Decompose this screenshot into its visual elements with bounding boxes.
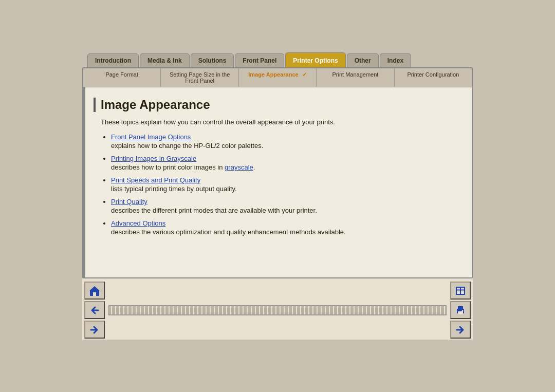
tab-front-panel[interactable]: Front Panel (235, 53, 284, 67)
svg-rect-2 (93, 292, 96, 296)
forward-left-icon (89, 324, 100, 335)
home-icon (89, 285, 100, 296)
book-icon (455, 285, 466, 296)
content-list: Front Panel Image Options explains how t… (111, 133, 456, 236)
tab-index[interactable]: Index (380, 53, 411, 67)
outer-wrapper: Introduction Media & Ink Solutions Front… (82, 52, 473, 340)
book-button[interactable] (450, 282, 471, 300)
home-button[interactable] (84, 282, 105, 300)
content-intro: These topics explain how you can control… (101, 118, 456, 126)
sub-tab-image-appearance[interactable]: Image Appearance ✓ (239, 68, 317, 87)
link-advanced-options[interactable]: Advanced Options (111, 219, 165, 227)
svg-rect-11 (458, 306, 463, 309)
list-item: Advanced Options describes the various o… (111, 219, 456, 236)
bottom-bar (82, 278, 473, 340)
link-printing-images-grayscale[interactable]: Printing Images in Grayscale (111, 155, 196, 162)
link-print-speeds-quality[interactable]: Print Speeds and Print Quality (111, 176, 200, 184)
link-front-panel-image-options[interactable]: Front Panel Image Options (111, 133, 191, 141)
link-grayscale[interactable]: grayscale (225, 163, 253, 171)
spiral-bar (108, 303, 447, 318)
list-item-desc: describes how to print color images in g… (111, 163, 456, 171)
sub-tab-page-format[interactable]: Page Format (83, 68, 161, 87)
page-title: Image Appearance (94, 98, 456, 112)
tab-media-ink[interactable]: Media & Ink (140, 53, 190, 67)
list-item: Print Speeds and Print Quality lists typ… (111, 176, 456, 193)
svg-marker-1 (89, 286, 100, 291)
svg-rect-12 (458, 311, 463, 314)
print-button[interactable] (450, 301, 471, 319)
tab-introduction[interactable]: Introduction (87, 53, 139, 67)
link-print-quality[interactable]: Print Quality (111, 198, 147, 206)
sub-tab-printer-configuration[interactable]: Printer Configuration (395, 68, 472, 87)
list-item-desc: lists typical printing times by output q… (111, 185, 456, 193)
list-item: Front Panel Image Options explains how t… (111, 133, 456, 150)
sub-nav: Page Format Setting Page Size in the Fro… (83, 68, 472, 87)
back-icon (89, 305, 100, 316)
list-item: Printing Images in Grayscale describes h… (111, 155, 456, 171)
svg-point-13 (462, 310, 464, 311)
nav-buttons-left (84, 282, 105, 339)
checkmark-icon: ✓ (301, 71, 307, 78)
list-item-desc: describes the different print modes that… (111, 207, 456, 214)
forward-right-icon (455, 324, 466, 335)
back-button[interactable] (84, 301, 105, 319)
list-item-desc: explains how to change the HP-GL/2 color… (111, 142, 456, 150)
spiral-decoration (108, 305, 447, 315)
print-icon (455, 305, 466, 316)
sub-tab-print-management[interactable]: Print Management (317, 68, 394, 87)
list-item: Print Quality describes the different pr… (111, 198, 456, 214)
content-area: Image Appearance These topics explain ho… (83, 87, 472, 277)
list-item-desc: describes the various optimization and q… (111, 228, 456, 236)
nav-buttons-right (450, 282, 471, 339)
tab-solutions[interactable]: Solutions (191, 53, 234, 67)
forward-right-button[interactable] (450, 321, 471, 339)
sub-tab-setting-page-size[interactable]: Setting Page Size in the Front Panel (161, 68, 238, 87)
forward-left-button[interactable] (84, 321, 105, 339)
main-container: Page Format Setting Page Size in the Fro… (82, 67, 473, 278)
tab-printer-options[interactable]: Printer Options (285, 52, 345, 67)
tab-other[interactable]: Other (347, 53, 379, 67)
top-tabs: Introduction Media & Ink Solutions Front… (82, 52, 473, 67)
